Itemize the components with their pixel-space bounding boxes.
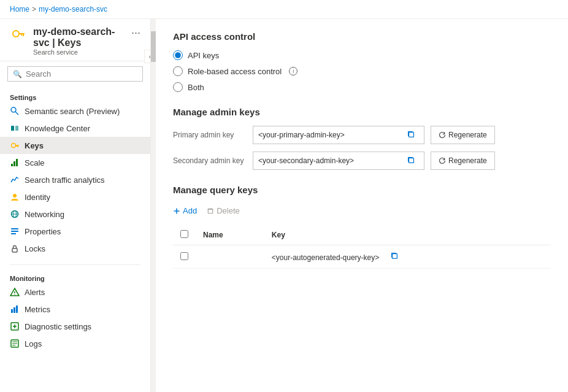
radio-both-label[interactable]: Both <box>188 83 204 92</box>
sidebar-item-label: Locks <box>25 244 45 253</box>
query-key-value: <your-autogenerated-query-key> <box>272 253 379 262</box>
sidebar-item-label: Search traffic analytics <box>25 175 105 185</box>
sidebar-scrollbar[interactable] <box>151 19 156 392</box>
svg-point-25 <box>14 294 15 294</box>
primary-key-label: Primary admin key <box>173 131 247 139</box>
secondary-key-label: Secondary admin key <box>173 156 247 165</box>
query-keys-action-bar: Add Delete <box>173 204 551 218</box>
query-keys-table: Name Key <your-autogenerated-query-key> <box>173 225 551 269</box>
knowledge-center-icon <box>10 123 20 133</box>
search-input[interactable] <box>26 69 137 79</box>
table-header-row: Name Key <box>173 225 551 245</box>
sidebar-item-search-traffic[interactable]: Search traffic analytics <box>0 171 150 188</box>
radio-api-keys: API keys <box>173 50 551 60</box>
primary-key-copy-button[interactable] <box>403 129 419 142</box>
sidebar-item-properties[interactable]: Properties <box>0 223 150 240</box>
resource-menu-button[interactable]: ··· <box>131 26 140 39</box>
radio-api-keys-label[interactable]: API keys <box>188 51 219 60</box>
search-box: 🔍 <box>7 66 143 82</box>
rbac-info-icon[interactable]: i <box>289 67 297 75</box>
table-row-checkbox-cell <box>173 245 196 269</box>
svg-point-4 <box>11 107 16 112</box>
sidebar-item-label: Alerts <box>25 288 45 297</box>
primary-key-value: <your-primary-admin-key> <box>258 131 403 139</box>
radio-rbac-label[interactable]: Role-based access control <box>188 67 282 76</box>
sidebar-item-networking[interactable]: Networking <box>0 206 150 223</box>
table-row: <your-autogenerated-query-key> <box>173 245 551 269</box>
nav-monitoring-title: Monitoring <box>0 272 150 283</box>
radio-api-keys-input[interactable] <box>173 50 183 60</box>
search-icon: 🔍 <box>13 70 22 79</box>
sidebar-item-label: Networking <box>25 210 64 219</box>
svg-rect-36 <box>409 132 414 137</box>
sidebar-item-label: Diagnostic settings <box>25 322 91 331</box>
nav-settings-title: Settings <box>0 91 150 102</box>
keys-icon <box>10 140 20 150</box>
main-content: API access control API keys Role-based a… <box>156 19 568 392</box>
radio-both-input[interactable] <box>173 82 183 92</box>
svg-rect-7 <box>15 126 18 131</box>
table-row-name <box>196 245 264 269</box>
sidebar-item-alerts[interactable]: Alerts <box>0 283 150 301</box>
svg-rect-6 <box>11 126 14 131</box>
logs-icon <box>10 339 20 348</box>
nav-divider <box>10 264 140 265</box>
table-header-name: Name <box>196 225 264 245</box>
table-row-checkbox[interactable] <box>180 252 188 260</box>
svg-rect-40 <box>208 209 213 213</box>
sidebar-item-label: Logs <box>25 339 42 348</box>
admin-keys-section: Manage admin keys Primary admin key <you… <box>173 107 551 170</box>
primary-key-regenerate-button[interactable]: Regenerate <box>431 126 495 144</box>
sidebar-item-identity[interactable]: Identity <box>0 188 150 206</box>
svg-rect-21 <box>11 233 16 234</box>
delete-label: Delete <box>217 206 240 215</box>
query-keys-section: Manage query keys Add Delete <box>173 185 551 269</box>
radio-both: Both <box>173 82 551 92</box>
sidebar-item-semantic-search[interactable]: Semantic search (Preview) <box>0 102 150 120</box>
query-key-copy-button[interactable] <box>386 250 402 263</box>
nav-monitoring-section: Monitoring Alerts Metrics Diagnostic set… <box>0 267 150 357</box>
secondary-key-copy-button[interactable] <box>403 155 419 167</box>
resource-header: my-demo-search-svc | Keys Search service… <box>0 19 150 61</box>
collapse-sidebar-button[interactable]: ‹‹ <box>144 50 151 63</box>
svg-rect-28 <box>16 306 18 313</box>
table-select-all-checkbox[interactable] <box>180 230 188 238</box>
diagnostic-icon <box>10 321 20 331</box>
sidebar-item-logs[interactable]: Logs <box>0 335 150 352</box>
resource-icon <box>10 26 27 44</box>
secondary-regenerate-label: Regenerate <box>448 156 487 165</box>
sidebar-item-label: Metrics <box>25 305 50 314</box>
svg-rect-27 <box>13 307 15 313</box>
metrics-icon <box>10 304 20 314</box>
secondary-key-row: Secondary admin key <your-secondary-admi… <box>173 152 551 170</box>
table-header-key: Key <box>264 225 551 245</box>
breadcrumb: Home > my-demo-search-svc <box>0 0 568 19</box>
sidebar-scrollbar-thumb[interactable] <box>151 31 156 62</box>
sidebar: my-demo-search-svc | Keys Search service… <box>0 19 151 392</box>
radio-rbac: Role-based access control i <box>173 66 551 76</box>
sidebar-item-label: Properties <box>25 227 61 236</box>
svg-point-0 <box>13 31 19 37</box>
api-access-section: API access control API keys Role-based a… <box>173 31 551 92</box>
breadcrumb-current[interactable]: my-demo-search-svc <box>39 5 107 13</box>
semantic-search-icon <box>10 106 20 116</box>
resource-title: my-demo-search-svc | Keys <box>33 26 125 48</box>
admin-keys-title: Manage admin keys <box>173 107 551 117</box>
delete-query-key-button[interactable]: Delete <box>207 204 240 218</box>
resource-subtitle: Search service <box>33 48 125 56</box>
sidebar-item-locks[interactable]: Locks <box>0 240 150 257</box>
add-query-key-button[interactable]: Add <box>173 204 197 218</box>
sidebar-item-knowledge-center[interactable]: Knowledge Center <box>0 120 150 137</box>
sidebar-item-scale[interactable]: Scale <box>0 154 150 171</box>
sidebar-item-diagnostic[interactable]: Diagnostic settings <box>0 318 150 335</box>
properties-icon <box>10 226 20 236</box>
radio-rbac-input[interactable] <box>173 66 183 76</box>
secondary-key-regenerate-button[interactable]: Regenerate <box>431 152 495 170</box>
scale-icon <box>10 158 20 167</box>
sidebar-item-metrics[interactable]: Metrics <box>0 301 150 318</box>
identity-icon <box>10 192 20 202</box>
svg-rect-41 <box>392 254 397 259</box>
locks-icon <box>10 244 20 253</box>
sidebar-item-keys[interactable]: Keys <box>0 137 150 154</box>
breadcrumb-home[interactable]: Home <box>10 5 29 13</box>
